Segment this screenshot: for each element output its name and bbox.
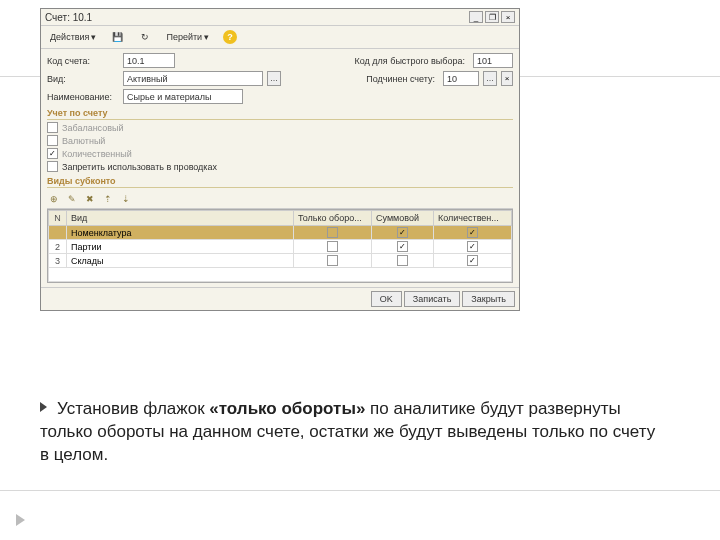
bullet-icon: [40, 402, 47, 412]
cell-chk[interactable]: [397, 255, 408, 266]
minimize-button[interactable]: _: [469, 11, 483, 23]
chk-forbid-label: Запретить использовать в проводках: [62, 162, 217, 172]
col-oboro[interactable]: Только оборо...: [294, 211, 372, 226]
chk-quantity-label: Количественный: [62, 149, 132, 159]
toolbar: Действия ▾ 💾 ↻ Перейти ▾ ?: [41, 26, 519, 49]
add-row-icon[interactable]: ⊕: [47, 192, 61, 206]
move-up-icon[interactable]: ⇡: [101, 192, 115, 206]
name-label: Наименование:: [47, 92, 119, 102]
cell-chk[interactable]: [327, 241, 338, 252]
table-row[interactable]: Номенклатура ✓ ✓: [49, 226, 512, 240]
titlebar: Счет: 10.1 _ ❐ ×: [41, 9, 519, 26]
col-kol[interactable]: Количествен...: [434, 211, 512, 226]
diskette-icon: 💾: [110, 30, 124, 44]
chk-forbid[interactable]: [47, 161, 58, 172]
save-button[interactable]: Записать: [404, 291, 460, 307]
vid-label: Вид:: [47, 74, 119, 84]
subk-section-title: Виды субконто: [47, 176, 513, 188]
cell-chk[interactable]: [327, 227, 338, 238]
col-sum[interactable]: Суммовой: [372, 211, 434, 226]
name-input[interactable]: [123, 89, 243, 104]
vid-input[interactable]: [123, 71, 263, 86]
subconto-grid[interactable]: N Вид Только оборо... Суммовой Количеств…: [47, 209, 513, 283]
col-n[interactable]: N: [49, 211, 67, 226]
refresh-icon-button[interactable]: ↻: [133, 28, 157, 46]
cell-chk[interactable]: ✓: [467, 227, 478, 238]
restore-button[interactable]: ❐: [485, 11, 499, 23]
chk-off-balance-label: Забалансовый: [62, 123, 124, 133]
sub-clear-button[interactable]: ×: [501, 71, 513, 86]
chk-off-balance[interactable]: [47, 122, 58, 133]
ok-button[interactable]: OK: [371, 291, 402, 307]
move-down-icon[interactable]: ⇣: [119, 192, 133, 206]
table-row[interactable]: 3 Склады ✓: [49, 254, 512, 268]
sub-lookup-button[interactable]: …: [483, 71, 497, 86]
table-row[interactable]: 2 Партии ✓ ✓: [49, 240, 512, 254]
chk-currency[interactable]: [47, 135, 58, 146]
corner-triangle-icon: [16, 514, 25, 526]
window-title: Счет: 10.1: [45, 12, 469, 23]
subk-toolbar: ⊕ ✎ ✖ ⇡ ⇣: [47, 190, 513, 209]
sub-label: Подчинен счету:: [366, 74, 435, 84]
help-button[interactable]: ?: [218, 28, 242, 46]
form-body: Код счета: Код для быстрого выбора: Вид:…: [41, 49, 519, 287]
acct-section-title: Учет по счету: [47, 108, 513, 120]
vid-lookup-button[interactable]: …: [267, 71, 281, 86]
quick-label: Код для быстрого выбора:: [355, 56, 465, 66]
refresh-icon: ↻: [138, 30, 152, 44]
cell-chk[interactable]: ✓: [397, 241, 408, 252]
cell-chk[interactable]: ✓: [397, 227, 408, 238]
goto-menu[interactable]: Перейти ▾: [161, 30, 214, 44]
help-icon: ?: [223, 30, 237, 44]
sub-input[interactable]: [443, 71, 479, 86]
save-icon-button[interactable]: 💾: [105, 28, 129, 46]
edit-row-icon[interactable]: ✎: [65, 192, 79, 206]
footer: OK Записать Закрыть: [41, 287, 519, 310]
close-form-button[interactable]: Закрыть: [462, 291, 515, 307]
quick-input[interactable]: [473, 53, 513, 68]
chk-currency-label: Валютный: [62, 136, 105, 146]
cell-chk[interactable]: [327, 255, 338, 266]
cell-chk[interactable]: ✓: [467, 255, 478, 266]
slide-caption: Установив флажок «только обороты» по ана…: [40, 398, 660, 467]
delete-row-icon[interactable]: ✖: [83, 192, 97, 206]
actions-menu[interactable]: Действия ▾: [45, 30, 101, 44]
close-button[interactable]: ×: [501, 11, 515, 23]
cell-chk[interactable]: ✓: [467, 241, 478, 252]
kod-label: Код счета:: [47, 56, 119, 66]
account-window: Счет: 10.1 _ ❐ × Действия ▾ 💾 ↻ Перейти …: [40, 8, 520, 311]
chk-quantity[interactable]: ✓: [47, 148, 58, 159]
kod-input[interactable]: [123, 53, 175, 68]
col-vid[interactable]: Вид: [67, 211, 294, 226]
